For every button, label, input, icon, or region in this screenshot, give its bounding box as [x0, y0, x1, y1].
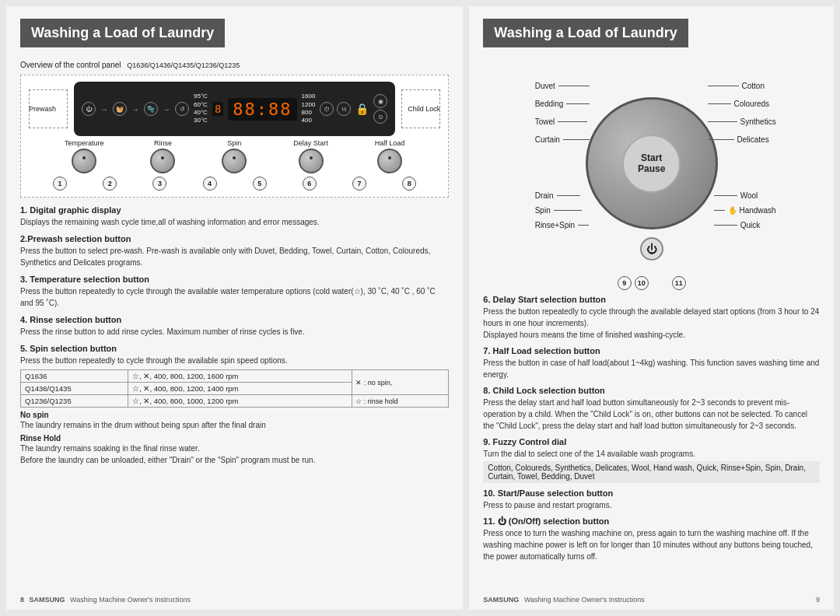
circle-icon1: ◉ — [373, 94, 387, 108]
section-2: 2.Prewash selection button Press the but… — [20, 234, 449, 268]
numbers-row-right: 9 10 11 — [483, 276, 820, 290]
knob-rinse: Rinse — [150, 139, 175, 173]
right-footer: SAMSUNG Washing Machine Owner's Instruct… — [469, 596, 834, 604]
delay-icon: ⏱ — [320, 102, 334, 116]
rinse-hold-section: Rinse Hold The laundry remains soaking i… — [20, 434, 449, 466]
wash-icon: 🧺 — [113, 102, 127, 116]
dial-container: Duvet Bedding Towel Curtain — [527, 58, 776, 268]
section-1: 1. Digital graphic display Displays the … — [20, 205, 449, 228]
table-row: Q1636 ☆, ✕, 400, 800, 1200, 1600 rpm ✕ :… — [21, 370, 449, 383]
control-panel-diagram: Prewash Child Lock ⏻ → 🧺 — [20, 75, 449, 198]
overview-heading: Overview of the control panel Q1636/Q143… — [20, 58, 449, 70]
right-section-11: 11. ⏻ (On/Off) selection button Press on… — [483, 516, 820, 562]
right-section-10: 10. Start/Pause selection button Press t… — [483, 488, 820, 511]
spin-table: Q1636 ☆, ✕, 400, 800, 1200, 1600 rpm ✕ :… — [20, 369, 449, 408]
overview-section: Overview of the control panel Q1636/Q143… — [20, 58, 449, 198]
arrow-icon: → — [100, 105, 108, 114]
numbers-row-left: 1 2 3 4 5 6 7 8 — [27, 173, 442, 191]
left-footer: 8 SAMSUNG Washing Machine Owner's Instru… — [6, 596, 463, 604]
section-4: 4. Rinse selection button Press the rins… — [20, 315, 449, 338]
right-page: Washing a Load of Laundry Duvet Bedding … — [469, 6, 834, 610]
left-title: Washing a Load of Laundry — [20, 19, 225, 47]
lock-icon: 🔒 — [355, 103, 369, 115]
panel-icons: ⏱ ½ — [320, 102, 351, 116]
segment-display: 88:88 — [228, 98, 296, 121]
extra-icons: ◉ ⊙ — [373, 94, 387, 124]
right-section-8: 8. Child Lock selection button Press the… — [483, 386, 820, 432]
arrow-icon3: → — [163, 105, 170, 114]
onoff-button[interactable]: ⏻ — [640, 237, 663, 261]
right-title: Washing a Load of Laundry — [483, 19, 688, 47]
no-spin-section: No spin The laundry remains in the drum … — [20, 411, 449, 431]
start-pause-button[interactable]: Start Pause — [622, 135, 681, 193]
dial-wheel: Start Pause — [586, 97, 718, 229]
circle-icon2: ⊙ — [373, 110, 387, 124]
section-5: 5. Spin selection button Press the butto… — [20, 344, 449, 466]
knob-half-load: Half Load — [375, 139, 405, 173]
knobs-row: Temperature Rinse Spin Delay Start — [27, 136, 442, 173]
section-3: 3. Temperature selection button Press th… — [20, 275, 449, 309]
small-digit: 8 — [212, 102, 223, 116]
knob-spin: Spin — [222, 139, 247, 173]
left-page: Washing a Load of Laundry Overview of th… — [6, 6, 463, 610]
knob-delay-start: Delay Start — [293, 139, 328, 173]
bottom-left-labels: Drain Spin Rinse+Spin — [535, 191, 589, 229]
panel-inner: ⏻ → 🧺 → 🫧 → ↺ 95°C — [74, 82, 395, 136]
spin-icon: ↺ — [175, 102, 189, 116]
right-section-7: 7. Half Load selection button Press the … — [483, 346, 820, 380]
right-labels: Cotton Coloureds Synthetics Delicates — [708, 82, 776, 144]
right-section-9: 9. Fuzzy Control dial Turn the dial to s… — [483, 437, 820, 483]
bottom-right-labels: Wool ✋ Handwash Quick — [714, 191, 776, 229]
rpm-display: 1600 1200 800 400 — [302, 93, 316, 125]
power-icon: ⏻ — [82, 102, 96, 116]
fuzzy-highlight: Cotton, Coloureds, Synthetics, Delicates… — [483, 461, 820, 483]
half-icon: ½ — [337, 102, 351, 116]
dial-area: Duvet Bedding Towel Curtain — [483, 58, 820, 268]
arrow-icon2: → — [131, 105, 139, 114]
basket-icon: 🫧 — [144, 102, 158, 116]
temp-display: 95°C 60°C 40°C 30°C — [194, 93, 208, 125]
knob-temperature: Temperature — [65, 139, 104, 173]
right-section-6: 6. Delay Start selection button Press th… — [483, 295, 820, 341]
table-row: Q1236/Q1235 ☆, ✕, 400, 800, 1000, 1200 r… — [21, 395, 449, 408]
left-labels: Duvet Bedding Towel Curtain — [535, 82, 590, 144]
